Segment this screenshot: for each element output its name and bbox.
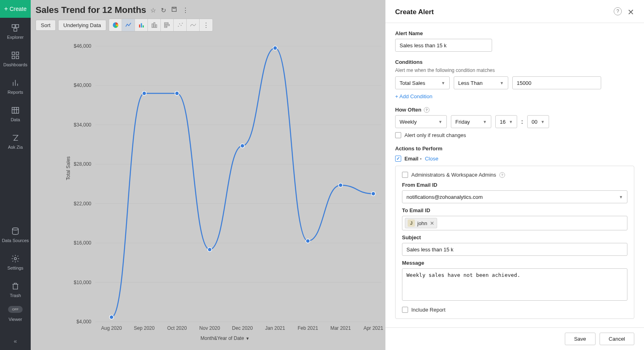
viewer-toggle[interactable]: OFF (8, 306, 23, 313)
select-value: Weekly (400, 119, 417, 125)
viewer-toggle-block[interactable]: OFF Viewer (6, 304, 24, 334)
chart-type-group: ⋮ (109, 19, 213, 32)
svg-text:$10,000: $10,000 (74, 280, 92, 285)
condition-operator-select[interactable]: Less Than▼ (454, 76, 508, 89)
chart-type-more[interactable]: ⋮ (200, 19, 213, 31)
svg-rect-4 (16, 52, 19, 55)
message-label: Message (402, 260, 627, 266)
from-email-select[interactable]: notifications@zohoanalytics.com▼ (402, 190, 627, 203)
frequency-select[interactable]: Weekly▼ (395, 115, 447, 128)
day-select[interactable]: Friday▼ (451, 115, 491, 128)
svg-point-28 (178, 26, 179, 27)
svg-rect-16 (172, 7, 177, 12)
close-icon[interactable]: ✕ (627, 7, 634, 17)
svg-rect-25 (164, 23, 168, 24)
x-axis-label[interactable]: Month&Year of Date ▼ (200, 335, 250, 341)
sidebar-nav: Explorer Dashboards Reports Data Ask Zia (0, 18, 31, 155)
modal-title: Create Alert (395, 8, 434, 16)
select-value: Friday (455, 119, 470, 125)
add-condition-link[interactable]: + Add Condition (395, 93, 432, 99)
minute-select[interactable]: 00▼ (527, 115, 549, 128)
svg-point-58 (142, 91, 146, 95)
alert-name-input[interactable] (395, 39, 492, 52)
chevron-down-icon: ▼ (500, 81, 504, 85)
chevron-down-icon: ▼ (441, 81, 445, 85)
left-sidebar: + Create Explorer Dashboards Reports Dat… (0, 0, 31, 350)
chart-type-bar[interactable] (135, 19, 148, 31)
y-axis-label: Total Sales (65, 156, 71, 180)
modal-footer: Save Cancel (385, 327, 644, 350)
svg-rect-24 (156, 25, 157, 27)
collapse-sidebar-button[interactable]: « (14, 334, 17, 350)
toolbar: Sort Underlying Data ⋮ (31, 19, 385, 35)
condition-field-select[interactable]: Total Sales▼ (395, 76, 450, 89)
save-button[interactable]: Save (565, 333, 596, 345)
modal-header: Create Alert ? ✕ (385, 0, 644, 23)
sidebar-item-explorer[interactable]: Explorer (0, 18, 31, 45)
sidebar-item-trash[interactable]: Trash (0, 276, 31, 304)
chart-type-stacked[interactable] (148, 19, 161, 31)
refresh-icon[interactable]: ↻ (161, 6, 166, 14)
chevron-down-icon: ▼ (483, 120, 487, 124)
help-icon[interactable]: ? (614, 7, 622, 15)
save-icon[interactable] (171, 6, 177, 14)
svg-rect-3 (12, 52, 15, 55)
star-icon[interactable]: ☆ (150, 6, 156, 14)
svg-text:Nov 2020: Nov 2020 (199, 325, 220, 331)
svg-rect-2 (14, 28, 17, 31)
svg-text:$22,000: $22,000 (74, 201, 92, 207)
hour-select[interactable]: 16▼ (495, 115, 517, 128)
include-report-checkbox[interactable] (402, 307, 408, 313)
svg-point-31 (182, 23, 183, 23)
condition-value-input[interactable] (512, 76, 601, 89)
svg-text:Mar 2021: Mar 2021 (330, 325, 351, 331)
svg-rect-6 (16, 56, 19, 59)
cancel-button[interactable]: Cancel (600, 333, 634, 345)
email-action-checkbox[interactable] (395, 156, 401, 162)
subject-input[interactable] (402, 243, 627, 256)
time-colon: : (521, 118, 523, 125)
sidebar-item-data[interactable]: Data (0, 100, 31, 128)
create-button[interactable]: + Create (0, 0, 31, 18)
trash-icon (11, 282, 20, 291)
svg-rect-19 (139, 25, 140, 28)
how-often-label: How Often ? (395, 107, 429, 113)
admins-label: Administrators & Workspace Admins (411, 172, 496, 178)
chevron-down-icon: ▼ (246, 336, 250, 341)
message-textarea[interactable] (402, 268, 627, 301)
remove-token-icon[interactable]: ✕ (430, 220, 434, 226)
sidebar-item-settings[interactable]: Settings (0, 249, 31, 276)
alert-only-if-changes-label: Alert only if result changes (404, 132, 466, 138)
chart-type-horizontal-bar[interactable] (161, 19, 174, 31)
svg-text:$46,000: $46,000 (74, 43, 92, 49)
svg-rect-23 (154, 23, 155, 27)
chart-type-pie[interactable] (109, 19, 122, 31)
sidebar-item-askzia[interactable]: Ask Zia (0, 128, 31, 155)
email-settings-panel: Administrators & Workspace Admins ? From… (395, 166, 634, 319)
svg-text:$34,000: $34,000 (74, 122, 92, 128)
admins-checkbox[interactable] (402, 172, 408, 178)
sidebar-item-dashboards[interactable]: Dashboards (0, 45, 31, 73)
plus-icon: + (4, 5, 8, 13)
main-header: Sales Trend for 12 Months ☆ ↻ ⋮ (31, 0, 385, 19)
help-icon[interactable]: ? (499, 172, 505, 178)
alert-only-if-changes-checkbox[interactable] (395, 132, 401, 138)
help-icon[interactable]: ? (424, 107, 429, 113)
actions-label: Actions to Perform (395, 145, 634, 152)
email-close-link[interactable]: Close (425, 156, 438, 162)
avatar: J (408, 219, 415, 227)
sort-button[interactable]: Sort (36, 20, 56, 31)
viewer-label: Viewer (8, 317, 22, 322)
chart-type-line[interactable] (122, 19, 135, 31)
svg-point-57 (109, 315, 114, 319)
more-icon[interactable]: ⋮ (182, 6, 189, 14)
svg-text:$40,000: $40,000 (74, 82, 92, 88)
modal-body: Alert Name Conditions Alert me when the … (385, 23, 644, 327)
to-email-input[interactable]: J john ✕ (402, 216, 627, 230)
sidebar-item-reports[interactable]: Reports (0, 73, 31, 100)
chart-type-scatter[interactable] (174, 19, 187, 31)
chart-type-web[interactable] (187, 19, 200, 31)
underlying-data-button[interactable]: Underlying Data (58, 20, 106, 31)
sidebar-item-datasources[interactable]: Data Sources (0, 221, 31, 249)
svg-rect-10 (12, 108, 19, 114)
